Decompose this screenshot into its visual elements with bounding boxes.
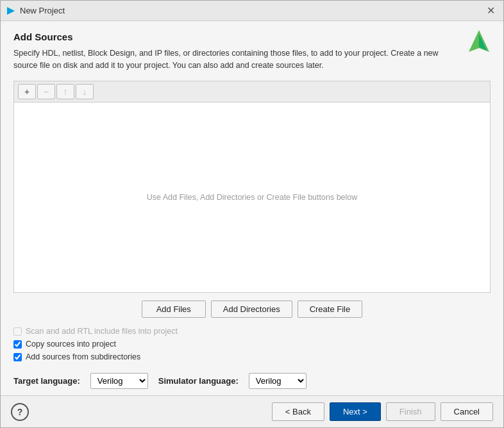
add-directories-button[interactable]: Add Directories [211, 300, 292, 318]
header-text: Add Sources Specify HDL, netlist, Block … [13, 31, 461, 81]
cancel-button[interactable]: Cancel [441, 402, 493, 421]
copy-sources-checkbox[interactable] [13, 340, 22, 349]
footer-left: ? [11, 403, 29, 421]
language-row: Target language: Verilog VHDL Simulator … [13, 373, 491, 389]
simulator-language-select[interactable]: Verilog VHDL Mixed [249, 373, 307, 389]
create-file-button[interactable]: Create File [298, 300, 363, 318]
add-subdirs-label: Add sources from subdirectories [26, 352, 140, 361]
svg-marker-0 [7, 7, 15, 15]
add-subdirs-row: Add sources from subdirectories [13, 352, 491, 361]
help-icon: ? [17, 407, 23, 417]
next-label: Next > [343, 407, 367, 416]
back-label: < Back [285, 407, 311, 416]
table-toolbar: + − ↑ ↓ [14, 81, 490, 103]
file-table: + − ↑ ↓ Use Add Files, Add Directories o… [13, 81, 491, 293]
add-files-button[interactable]: Add Files [142, 300, 206, 318]
table-empty-area: Use Add Files, Add Directories or Create… [14, 103, 490, 293]
copy-sources-label: Copy sources into project [26, 340, 116, 349]
simulator-language-label: Simulator language: [158, 376, 239, 386]
move-up-button[interactable]: ↑ [56, 84, 74, 99]
copy-sources-row: Copy sources into project [13, 340, 491, 349]
add-directories-label: Add Directories [223, 304, 280, 314]
footer: ? < Back Next > Finish Cancel [1, 395, 503, 427]
finish-button[interactable]: Finish [386, 402, 435, 421]
title-bar-icon [6, 6, 16, 16]
add-subdirs-checkbox[interactable] [13, 353, 22, 361]
finish-label: Finish [399, 407, 422, 416]
create-file-label: Create File [310, 304, 351, 314]
close-button[interactable]: ✕ [483, 3, 498, 19]
next-button[interactable]: Next > [330, 402, 381, 421]
title-bar-title: New Project [20, 6, 483, 15]
scan-rtl-label: Scan and add RTL include files into proj… [26, 327, 178, 336]
move-down-button[interactable]: ↓ [76, 84, 94, 99]
page-description: Specify HDL, netlist, Block Design, and … [13, 47, 461, 72]
page-title: Add Sources [13, 31, 461, 42]
add-files-label: Add Files [156, 304, 191, 314]
title-bar: New Project ✕ [1, 1, 503, 21]
target-language-label: Target language: [13, 376, 80, 386]
vivado-logo [467, 29, 491, 57]
help-button[interactable]: ? [11, 403, 29, 421]
action-buttons-row: Add Files Add Directories Create File [13, 300, 491, 318]
main-content: Add Sources Specify HDL, netlist, Block … [1, 21, 503, 395]
target-language-select[interactable]: Verilog VHDL [90, 373, 148, 389]
options-section: Scan and add RTL include files into proj… [13, 327, 491, 361]
main-window: New Project ✕ Add Sources Specify HDL, n… [0, 0, 504, 428]
scan-rtl-checkbox[interactable] [13, 327, 22, 336]
footer-right: < Back Next > Finish Cancel [272, 402, 493, 421]
empty-hint-text: Use Add Files, Add Directories or Create… [147, 193, 358, 202]
add-row-button[interactable]: + [18, 84, 36, 99]
header-row: Add Sources Specify HDL, netlist, Block … [13, 31, 491, 81]
remove-row-button[interactable]: − [37, 84, 55, 99]
cancel-label: Cancel [454, 407, 480, 416]
scan-rtl-row: Scan and add RTL include files into proj… [13, 327, 491, 336]
back-button[interactable]: < Back [272, 402, 324, 421]
